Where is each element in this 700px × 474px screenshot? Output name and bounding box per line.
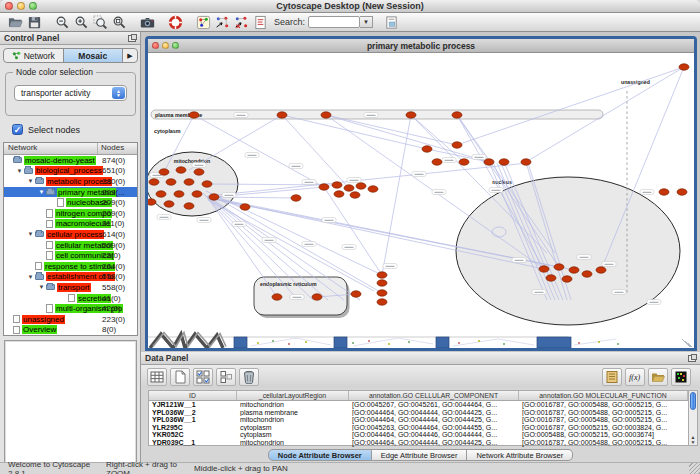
network-overview-button[interactable]	[194, 14, 213, 31]
tree-expander-icon[interactable]: ▼	[15, 168, 24, 174]
network-node[interactable]	[164, 201, 174, 207]
network-node[interactable]	[319, 184, 329, 190]
open-session-button[interactable]	[6, 14, 25, 31]
tab-network-attribute-browser[interactable]: Network Attribute Browser	[467, 449, 573, 461]
tree-row[interactable]: macromolecule311(0)	[4, 219, 137, 230]
float-data-panel-icon[interactable]	[688, 355, 696, 362]
network-node[interactable]	[184, 203, 194, 209]
network-node[interactable]	[166, 179, 176, 185]
import-attributes-button[interactable]	[648, 368, 668, 386]
search-dropdown-button[interactable]: ▼	[360, 16, 373, 28]
table-row[interactable]: YKR052Ccytoplasm[GO:0044464, GO:0044446,…	[149, 431, 688, 439]
table-column-header[interactable]: annotation.GO MOLECULAR_FUNCTION	[519, 391, 688, 400]
network-node[interactable]	[240, 204, 250, 210]
network-node[interactable]	[484, 159, 494, 165]
tree-expander-icon[interactable]: ▼	[26, 231, 35, 237]
network-node[interactable]	[406, 112, 416, 118]
zoom-out-button[interactable]	[53, 14, 72, 31]
network-node[interactable]	[377, 280, 387, 286]
table-column-header[interactable]: annotation.GO CELLULAR_COMPONENT	[349, 391, 519, 400]
strip-thumbnail-block[interactable]	[436, 337, 449, 348]
select-attributes-button[interactable]	[193, 368, 213, 386]
network-node[interactable]	[377, 290, 387, 296]
delete-attribute-button[interactable]	[239, 368, 259, 386]
compartment-nucleus[interactable]	[456, 177, 680, 325]
network-node[interactable]	[368, 186, 378, 192]
tab-network[interactable]: Network	[4, 49, 64, 62]
tree-row[interactable]: ▼biological_process651(0)	[4, 166, 137, 177]
network-node[interactable]	[459, 159, 469, 165]
save-session-button[interactable]	[25, 14, 44, 31]
tree-row[interactable]: mosaic-demo-yeast874(0)	[4, 155, 137, 166]
function-builder-button[interactable]: f(x)	[625, 368, 645, 386]
tree-row[interactable]: Overview8(0)	[4, 325, 137, 336]
attribute-grid-button[interactable]	[147, 368, 167, 386]
zoom-selected-button[interactable]	[91, 14, 110, 31]
tab-node-attribute-browser[interactable]: Node Attribute Browser	[268, 449, 372, 461]
node-color-select[interactable]: transporter activity ▲▼	[14, 85, 127, 101]
tree-expander-icon[interactable]: ▼	[26, 178, 35, 184]
snapshot-button[interactable]	[138, 14, 157, 31]
annotation-button[interactable]	[251, 14, 270, 31]
tree-expander-icon[interactable]: ▼	[26, 274, 35, 280]
network-node[interactable]	[194, 169, 204, 175]
network-node[interactable]	[377, 299, 387, 305]
scrollbar-thumb[interactable]	[690, 392, 696, 410]
network-node[interactable]	[432, 159, 442, 165]
tab-edge-attribute-browser[interactable]: Edge Attribute Browser	[372, 449, 468, 461]
network-node[interactable]	[452, 112, 462, 118]
network-node[interactable]	[554, 264, 564, 270]
network-node[interactable]	[149, 179, 159, 185]
tree-row[interactable]: multi-organism pro42(0)	[4, 303, 137, 314]
frame-resize-grip[interactable]	[682, 339, 690, 347]
search-input[interactable]	[308, 16, 360, 28]
network-node[interactable]	[677, 189, 687, 195]
network-node[interactable]	[351, 291, 361, 297]
network-node[interactable]	[356, 183, 366, 189]
tab-mosaic[interactable]: Mosaic	[64, 49, 124, 62]
table-column-header[interactable]: _cellularLayoutRegion	[237, 391, 349, 400]
help-button[interactable]	[166, 14, 185, 31]
network-canvas[interactable]: plasma membranecytoplasmmitochondrionnuc…	[148, 53, 694, 348]
network-node[interactable]	[659, 189, 669, 195]
tree-row[interactable]: ▼cellular process614(0)	[4, 229, 137, 240]
table-scrollbar[interactable]: ▲▼	[688, 390, 698, 446]
table-row[interactable]: YDR039C__1mitochondrion[GO:0044464, GO:0…	[149, 439, 688, 447]
attribute-table[interactable]: ID_cellularLayoutRegionannotation.GO CEL…	[148, 390, 689, 446]
scrollbar-arrows[interactable]: ▲▼	[689, 435, 697, 445]
tree-row[interactable]: secretion41(0)	[4, 293, 137, 304]
network-node[interactable]	[184, 179, 194, 185]
window-resize-grip[interactable]	[689, 463, 700, 474]
network-node[interactable]	[562, 276, 572, 282]
network-node[interactable]	[582, 271, 592, 277]
tree-expander-icon[interactable]: ▼	[37, 284, 46, 290]
table-row[interactable]: YJR121W__1mitochondrion[GO:0045267, GO:0…	[149, 401, 688, 409]
matrix-view-button[interactable]	[671, 368, 691, 386]
create-network-from-selection-button[interactable]	[213, 14, 232, 31]
network-node[interactable]	[156, 191, 166, 197]
float-panel-icon[interactable]	[128, 35, 136, 42]
tree-row[interactable]: nucleobase-209(0)	[4, 197, 137, 208]
tree-row[interactable]: ▼primary metabol209(...	[4, 187, 137, 198]
zoom-in-button[interactable]	[72, 14, 91, 31]
network-node[interactable]	[272, 294, 282, 300]
network-node[interactable]	[277, 112, 287, 118]
network-node[interactable]	[174, 191, 184, 197]
configure-search-button[interactable]	[382, 14, 401, 31]
network-node[interactable]	[312, 294, 322, 300]
tree-row[interactable]: nitrogen compo209(0)	[4, 208, 137, 219]
network-node[interactable]	[521, 159, 531, 165]
network-node[interactable]	[332, 182, 342, 188]
tree-row[interactable]: cellular metabol209(0)	[4, 240, 137, 251]
network-node[interactable]	[209, 194, 219, 200]
network-node[interactable]	[176, 167, 186, 173]
network-node[interactable]	[546, 275, 556, 281]
network-view-titlebar[interactable]: primary metabolic process	[148, 39, 694, 53]
network-node[interactable]	[422, 146, 432, 152]
network-node[interactable]	[344, 185, 354, 191]
table-row[interactable]: YPL036W__1mitochondrion[GO:0044464, GO:0…	[149, 416, 688, 424]
network-node[interactable]	[569, 267, 579, 273]
select-nodes-checkbox[interactable]: ✓	[12, 124, 23, 135]
network-node[interactable]	[499, 159, 509, 165]
tree-expander-icon[interactable]: ▼	[37, 189, 46, 195]
